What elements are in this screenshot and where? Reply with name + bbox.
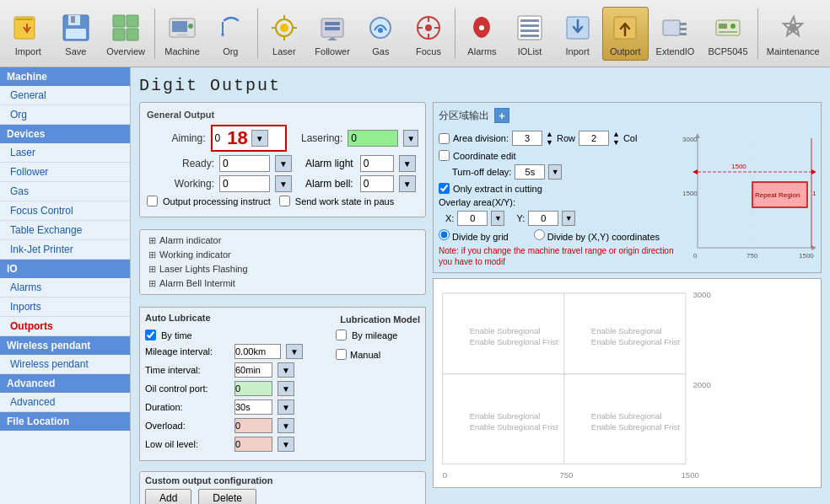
y-input[interactable] <box>528 211 558 226</box>
sidebar-item-follower[interactable]: Follower <box>0 163 130 182</box>
toolbar-import[interactable]: Import <box>5 7 51 61</box>
toolbar-inport[interactable]: Inport <box>554 7 601 61</box>
toolbar-extendio[interactable]: ExtendIO <box>650 7 701 61</box>
row-down[interactable]: ▼ <box>546 138 553 147</box>
duration-dropdown[interactable]: ▼ <box>278 399 294 415</box>
toolbar-maintenance[interactable]: Maintenance <box>761 7 825 61</box>
grid-visualization: 0 750 1500 3000 2000 <box>433 278 822 488</box>
tree-working-indicator[interactable]: ⊞Working indicator <box>143 248 422 262</box>
toolbar-outport[interactable]: Outport <box>602 7 649 61</box>
sidebar-item-laser[interactable]: Laser <box>0 143 130 163</box>
send-work-checkbox[interactable] <box>279 196 290 206</box>
area-row-input[interactable] <box>512 131 542 146</box>
only-extract-checkbox[interactable] <box>439 183 450 194</box>
sidebar-io-section[interactable]: IO <box>0 260 130 278</box>
ready-input[interactable] <box>219 155 270 172</box>
manual-checkbox[interactable] <box>336 349 347 360</box>
divide-grid-label[interactable]: Divide by grid <box>439 229 509 242</box>
working-row: Working: ▼ Alarm bell: ▼ <box>147 175 418 192</box>
toolbar-alarms[interactable]: Alarms <box>459 7 505 61</box>
ready-row: Ready: ▼ Alarm light ▼ <box>147 155 418 172</box>
add-button[interactable]: Add <box>145 489 191 504</box>
svg-point-51 <box>789 24 797 32</box>
area-division-checkbox[interactable] <box>439 133 450 144</box>
alarm-bell-dropdown[interactable]: ▼ <box>399 175 416 192</box>
sidebar-item-table-exchange[interactable]: Table Exchange <box>0 221 130 240</box>
row-up[interactable]: ▲ <box>546 130 553 138</box>
divide-xy-radio[interactable] <box>534 229 545 240</box>
sidebar-item-advanced[interactable]: Advanced <box>0 393 130 412</box>
sidebar-item-wireless[interactable]: Wireless pendant <box>0 355 130 374</box>
oil-port-input[interactable] <box>234 381 272 396</box>
sidebar-item-inports[interactable]: Inports <box>0 298 130 317</box>
lasering-dropdown[interactable]: ▼ <box>403 130 418 147</box>
by-time-checkbox[interactable] <box>145 330 156 340</box>
toolbar-overview[interactable]: Overview <box>100 7 151 61</box>
svg-rect-39 <box>520 29 539 32</box>
oil-port-dropdown[interactable]: ▼ <box>278 381 294 396</box>
overload-dropdown[interactable]: ▼ <box>278 418 294 433</box>
turnoff-input[interactable] <box>515 164 545 180</box>
sidebar-item-gas[interactable]: Gas <box>0 182 130 201</box>
sidebar-devices-section[interactable]: Devices <box>0 125 130 143</box>
alarm-light-dropdown[interactable]: ▼ <box>399 155 416 172</box>
aiming-row: Aiming: 0 18 ▼ Lasering: ▼ <box>147 125 418 152</box>
svg-text:1500✕Y: 1500✕Y <box>812 190 816 197</box>
mileage-input[interactable] <box>234 344 281 359</box>
sidebar-wireless-section[interactable]: Wireless pendant <box>0 336 130 355</box>
delete-button[interactable]: Delete <box>198 489 256 504</box>
sidebar-file-location[interactable]: File Location <box>0 412 130 431</box>
low-oil-input[interactable] <box>234 437 272 452</box>
toolbar-gas[interactable]: Gas <box>358 7 404 61</box>
working-input[interactable] <box>219 175 270 192</box>
sidebar-item-inkjet[interactable]: Ink-Jet Printer <box>0 240 130 260</box>
toolbar-bcp5045[interactable]: BCP5045 <box>702 7 753 61</box>
sidebar-item-focus-control[interactable]: Focus Control <box>0 201 130 221</box>
svg-text:750: 750 <box>746 252 758 260</box>
machine-label: Machine <box>164 46 200 56</box>
sidebar-item-alarms[interactable]: Alarms <box>0 278 130 298</box>
sidebar-advanced-section[interactable]: Advanced <box>0 374 130 393</box>
working-dropdown[interactable]: ▼ <box>275 175 292 192</box>
ready-dropdown[interactable]: ▼ <box>275 155 292 172</box>
divide-radio-row: Divide by grid Divide by (X,Y) coordinat… <box>439 229 674 242</box>
toolbar-org[interactable]: Org <box>208 7 254 61</box>
divide-xy-label[interactable]: Divide by (X,Y) coordinates <box>534 229 660 242</box>
sidebar-item-general[interactable]: General <box>0 86 130 105</box>
sidebar-item-outports[interactable]: Outports <box>0 317 130 336</box>
x-input[interactable] <box>457 211 488 226</box>
zone-add-button[interactable]: + <box>494 108 509 123</box>
y-dropdown[interactable]: ▼ <box>562 211 575 226</box>
x-dropdown[interactable]: ▼ <box>491 211 504 226</box>
toolbar-focus[interactable]: Focus <box>406 7 452 61</box>
output-processing-checkbox[interactable] <box>147 196 158 206</box>
tree-laser-lights[interactable]: ⊞Laser Lights Flashing <box>143 262 422 276</box>
time-interval-input[interactable] <box>234 362 272 378</box>
by-mileage-checkbox[interactable] <box>336 330 347 340</box>
turnoff-dropdown[interactable]: ▼ <box>548 164 562 180</box>
toolbar-machine[interactable]: Machine <box>159 7 206 61</box>
alarm-light-input[interactable] <box>360 155 394 172</box>
toolbar-laser[interactable]: Laser <box>261 7 308 61</box>
svg-rect-13 <box>177 34 187 37</box>
tree-alarm-indicator[interactable]: ⊞Alarm indicator <box>143 233 422 248</box>
time-interval-dropdown[interactable]: ▼ <box>278 362 294 378</box>
toolbar-follower[interactable]: Follower <box>309 7 356 61</box>
duration-input[interactable] <box>234 399 272 415</box>
toolbar-save[interactable]: Save <box>53 7 100 61</box>
low-oil-dropdown[interactable]: ▼ <box>278 437 294 452</box>
sidebar-machine-section[interactable]: Machine <box>0 67 130 86</box>
overload-input[interactable] <box>234 418 272 433</box>
coord-edit-checkbox[interactable] <box>439 150 450 161</box>
col-up[interactable]: ▲ <box>612 130 620 138</box>
alarm-bell-input[interactable] <box>360 175 394 192</box>
area-col-input[interactable] <box>579 131 609 146</box>
toolbar-iolist[interactable]: IOList <box>507 7 553 61</box>
divide-grid-radio[interactable] <box>439 229 450 240</box>
lasering-input[interactable] <box>348 130 398 147</box>
tree-alarm-bell[interactable]: ⊞Alarm Bell Intermit <box>143 276 422 291</box>
mileage-dropdown[interactable]: ▼ <box>286 344 303 359</box>
col-down[interactable]: ▼ <box>612 138 620 147</box>
aiming-dropdown[interactable]: ▼ <box>251 130 268 147</box>
sidebar-item-org[interactable]: Org <box>0 105 130 125</box>
